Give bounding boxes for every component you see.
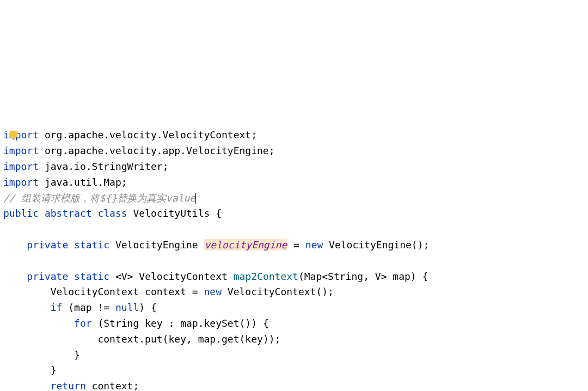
- field-name-highlighted: velocityEngine: [204, 239, 288, 251]
- iter-expr: map.keySet(): [180, 317, 251, 329]
- import-pkg: org.apache.velocity.app.VelocityEngine: [45, 145, 269, 156]
- kw-private: private: [27, 271, 68, 282]
- method-name: map2Context: [234, 271, 298, 282]
- class-name: VelocityUtils: [133, 207, 210, 219]
- local-type: VelocityContext: [51, 286, 139, 297]
- kw-private: private: [27, 239, 68, 251]
- code-editor[interactable]: import org.apache.velocity.VelocityConte…: [0, 78, 588, 391]
- code-line: private static <V> VelocityContext map2C…: [3, 271, 428, 282]
- iter-var: key: [145, 317, 163, 329]
- kw-if: if: [51, 302, 63, 313]
- code-line: for (String key : map.keySet()) {: [3, 317, 269, 329]
- local-var: context: [145, 286, 186, 297]
- return-type: VelocityContext: [139, 271, 228, 282]
- code-line: return context;: [3, 380, 139, 391]
- code-line: }: [3, 349, 80, 361]
- code-line-active: // 组装请求模版，将${}替换为真实value: [3, 192, 196, 204]
- code-line: VelocityContext context = new VelocityCo…: [3, 286, 334, 297]
- return-expr: context: [92, 380, 133, 391]
- call-expr: context.put: [97, 333, 162, 345]
- intention-bulb-icon[interactable]: [10, 131, 17, 138]
- import-pkg: java.io.StringWriter: [45, 161, 163, 172]
- kw-static: static: [74, 271, 109, 282]
- kw-import: import: [3, 145, 39, 156]
- kw-import: import: [3, 176, 39, 188]
- kw-return: return: [51, 380, 86, 391]
- code-line: if (map != null) {: [3, 302, 157, 313]
- call-expr: map.get: [198, 333, 240, 345]
- code-line: import org.apache.velocity.app.VelocityE…: [3, 145, 275, 156]
- kw-class: class: [97, 207, 127, 219]
- kw-for: for: [74, 317, 92, 329]
- cond-var: map: [74, 302, 92, 313]
- kw-public: public: [3, 207, 39, 219]
- param-type: Map<String, V>: [304, 271, 387, 282]
- kw-new: new: [204, 286, 222, 297]
- code-line: public abstract class VelocityUtils {: [3, 207, 222, 219]
- code-line: private static VelocityEngine velocityEn…: [3, 239, 429, 251]
- kw-abstract: abstract: [45, 207, 92, 219]
- comment-text: // 组装请求模版，将${}替换为真实value: [3, 192, 195, 204]
- kw-import: import: [3, 161, 39, 172]
- ctor-call: VelocityEngine: [329, 239, 412, 251]
- code-line: }: [3, 364, 57, 376]
- code-line: import java.io.StringWriter;: [3, 161, 168, 172]
- arg: key: [168, 333, 186, 345]
- code-line: context.put(key, map.get(key));: [3, 333, 280, 345]
- field-type: VelocityEngine: [115, 239, 198, 251]
- caret-icon: [195, 193, 196, 204]
- import-pkg: org.apache.velocity.VelocityContext: [45, 129, 251, 140]
- code-line: import java.util.Map;: [3, 176, 127, 188]
- type-param: <V>: [115, 271, 133, 282]
- param-name: map: [393, 271, 411, 282]
- code-line: import org.apache.velocity.VelocityConte…: [3, 129, 257, 140]
- arg: key: [245, 333, 263, 345]
- ctor-call: VelocityContext: [228, 286, 316, 297]
- kw-new: new: [305, 239, 323, 251]
- kw-import: import: [3, 129, 39, 140]
- import-pkg: java.util.Map: [45, 176, 121, 188]
- kw-static: static: [74, 239, 109, 251]
- iter-type: String: [103, 317, 139, 329]
- kw-null: null: [115, 302, 139, 313]
